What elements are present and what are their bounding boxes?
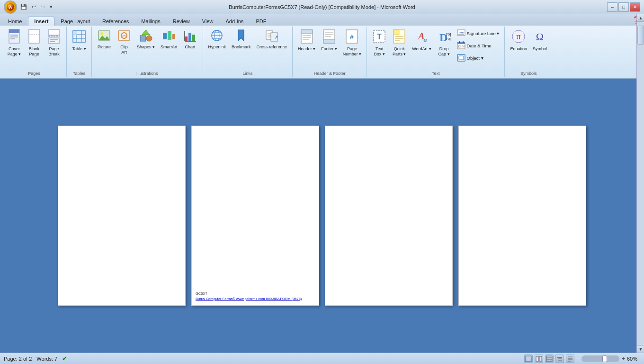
symbol-btn[interactable]: Ω Symbol xyxy=(530,27,549,53)
quick-parts-btn[interactable]: QuickParts ▾ xyxy=(390,27,409,58)
smartart-icon xyxy=(162,29,176,44)
blank-page-btn[interactable]: BlankPage xyxy=(25,27,44,58)
footer-icon xyxy=(322,29,336,46)
text-box-btn[interactable]: T TextBox ▾ xyxy=(370,27,389,58)
page-2-content xyxy=(192,126,319,305)
table-label: Table ▾ xyxy=(72,46,86,52)
shapes-btn[interactable]: Shapes ▾ xyxy=(134,27,157,51)
web-layout-view-btn[interactable] xyxy=(545,355,554,363)
svg-text:cap: cap xyxy=(446,36,451,41)
page-break-btn[interactable]: PageBreak xyxy=(45,27,63,58)
ribbon-group-links: Hyperlink Bookmark xyxy=(203,27,293,77)
tab-references[interactable]: References xyxy=(96,17,135,26)
tab-insert[interactable]: Insert xyxy=(28,17,54,26)
hyperlink-btn[interactable]: Hyperlink xyxy=(206,27,229,51)
svg-rect-81 xyxy=(459,56,464,60)
full-reading-view-btn[interactable] xyxy=(535,355,543,363)
symbol-label: Symbol xyxy=(533,46,547,52)
draft-view-btn[interactable] xyxy=(566,355,574,363)
tab-mailings[interactable]: Mailings xyxy=(135,17,166,26)
drop-cap-btn[interactable]: D rop cap DropCap ▾ xyxy=(435,27,454,58)
page-2-footer: GC5X7 Burris Computer Forms® www.pcforms… xyxy=(196,291,302,301)
bookmark-btn[interactable]: Bookmark xyxy=(229,27,253,51)
page-3-content xyxy=(325,126,452,305)
save-qat-btn[interactable]: 💾 xyxy=(19,3,28,11)
picture-label: Picture xyxy=(98,45,111,50)
wordart-btn[interactable]: A a WordArt ▾ xyxy=(410,27,433,53)
tab-review[interactable]: Review xyxy=(167,17,196,26)
svg-rect-9 xyxy=(49,29,59,35)
zoom-out-btn[interactable]: – xyxy=(576,355,580,362)
zoom-in-btn[interactable]: + xyxy=(621,355,625,362)
document-page-2[interactable]: GC5X7 Burris Computer Forms® www.pcforms… xyxy=(191,126,319,306)
office-button[interactable]: W xyxy=(4,0,17,14)
scroll-track[interactable] xyxy=(637,22,644,345)
page-break-label: PageBreak xyxy=(48,46,60,57)
outline-view-btn[interactable] xyxy=(555,355,564,363)
close-btn[interactable]: ✕ xyxy=(630,2,640,12)
ribbon-group-text: T TextBox ▾ Qui xyxy=(367,27,505,77)
date-time-btn[interactable]: 12:00 Date & Time xyxy=(455,40,502,51)
words-label: Words: 7 xyxy=(36,356,57,362)
svg-rect-50 xyxy=(301,30,313,34)
header-btn[interactable]: Header ▾ xyxy=(295,27,318,53)
footer-btn[interactable]: Footer ▾ xyxy=(319,27,340,53)
tab-pdf[interactable]: PDF xyxy=(250,17,272,26)
spell-check-icon[interactable]: ✔ xyxy=(62,355,67,362)
scroll-up-arrow[interactable]: ▲ xyxy=(637,14,644,22)
page-number-btn[interactable]: # PageNumber ▾ xyxy=(340,27,364,58)
svg-text:↗: ↗ xyxy=(274,35,278,40)
text-group-label: Text xyxy=(367,71,504,76)
chart-btn[interactable]: Chart xyxy=(181,27,200,51)
table-icon xyxy=(72,29,86,46)
print-layout-view-btn[interactable] xyxy=(524,355,533,363)
svg-text:T: T xyxy=(377,33,382,41)
signature-line-icon xyxy=(457,28,465,38)
svg-rect-33 xyxy=(188,33,191,41)
redo-qat-btn[interactable]: ↪ xyxy=(39,3,46,11)
signature-line-btn[interactable]: Signature Line ▾ xyxy=(455,27,502,39)
clip-art-btn[interactable]: ✂ ClipArt xyxy=(115,27,134,56)
header-label: Header ▾ xyxy=(298,46,315,52)
quick-parts-icon xyxy=(393,29,406,46)
svg-text:a: a xyxy=(424,36,427,44)
shapes-icon xyxy=(139,29,152,44)
zoom-thumb[interactable] xyxy=(602,355,607,362)
picture-btn[interactable]: Picture xyxy=(95,27,114,51)
svg-rect-31 xyxy=(172,34,175,39)
cross-reference-btn[interactable]: ↗ Cross-reference xyxy=(254,27,290,51)
links-group-label: Links xyxy=(203,71,293,76)
clip-art-label: ClipArt xyxy=(120,45,128,55)
svg-text:W: W xyxy=(8,5,13,10)
document-page-3[interactable] xyxy=(325,126,453,306)
svg-rect-64 xyxy=(394,30,399,35)
maximize-btn[interactable]: □ xyxy=(618,2,629,12)
minimize-btn[interactable]: – xyxy=(607,2,617,12)
zoom-slider[interactable] xyxy=(581,355,619,362)
svg-rect-55 xyxy=(323,39,335,43)
tab-home[interactable]: Home xyxy=(2,17,28,26)
page-number-label: PageNumber ▾ xyxy=(343,46,362,57)
ribbon-group-illustrations: Picture ✂ ClipArt xyxy=(92,27,203,77)
date-time-icon: 12:00 xyxy=(457,41,465,50)
equation-btn[interactable]: π Equation xyxy=(508,27,529,53)
object-icon xyxy=(457,53,465,63)
qat-dropdown-btn[interactable]: ▾ xyxy=(48,3,54,11)
vertical-scrollbar[interactable]: ▲ ▼ xyxy=(636,14,644,353)
smartart-btn[interactable]: SmartArt xyxy=(158,27,180,51)
scroll-thumb[interactable] xyxy=(637,26,644,45)
scroll-down-arrow[interactable]: ▼ xyxy=(637,345,644,353)
tab-add-ins[interactable]: Add-Ins xyxy=(219,17,250,26)
tab-view[interactable]: View xyxy=(196,17,220,26)
tab-page-layout[interactable]: Page Layout xyxy=(54,17,96,26)
undo-qat-btn[interactable]: ↩ xyxy=(30,3,37,11)
cover-page-btn[interactable]: CoverPage ▾ xyxy=(5,27,24,58)
document-page-1[interactable] xyxy=(58,126,186,306)
tables-group-items: Table ▾ xyxy=(70,27,89,76)
bookmark-icon xyxy=(234,29,248,44)
document-page-4[interactable] xyxy=(458,126,586,306)
object-btn[interactable]: Object ▾ xyxy=(455,52,502,64)
hyperlink-label: Hyperlink xyxy=(208,45,226,50)
svg-rect-89 xyxy=(546,356,552,362)
table-btn[interactable]: Table ▾ xyxy=(70,27,89,53)
